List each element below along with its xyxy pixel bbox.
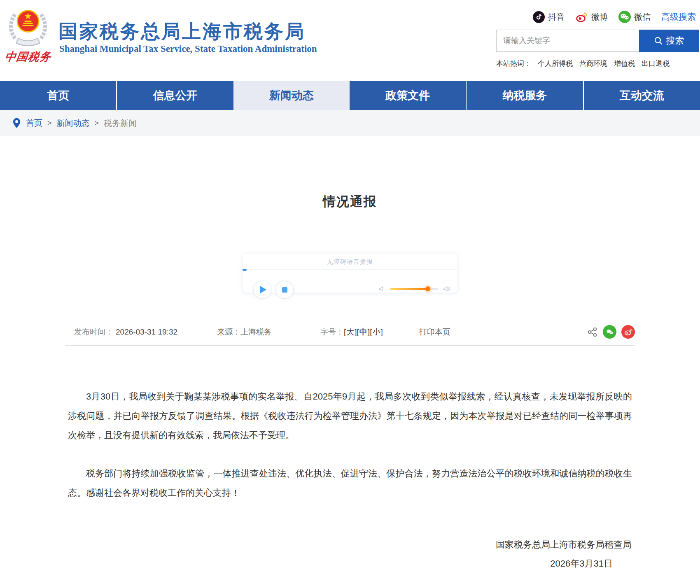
- hot-word-link[interactable]: 出口退税: [642, 59, 670, 68]
- hot-words-row: 本站热词： 个人所得税 营商环境 增值税 出口退税: [496, 59, 699, 68]
- weibo-label: 微博: [591, 12, 608, 23]
- search-button-label: 搜索: [666, 35, 684, 47]
- breadcrumb-separator: >: [47, 119, 52, 128]
- volume-slider-thumb[interactable]: [425, 286, 430, 291]
- article-signature: 国家税务总局上海市税务局稽查局: [0, 539, 700, 551]
- wechat-link[interactable]: 微信: [618, 11, 651, 23]
- douyin-icon: [533, 11, 545, 23]
- breadcrumb: 首页 > 新闻动态 > 税务新闻: [0, 110, 700, 136]
- share-weibo-button[interactable]: [621, 325, 635, 339]
- article: 情况通报 无障碍语音播报 发布时间： 2: [0, 193, 700, 570]
- main-nav: 首页 信息公开 新闻动态 政策文件 纳税服务 互动交流: [0, 81, 700, 110]
- play-button[interactable]: [253, 281, 271, 299]
- font-size-small[interactable]: 小: [372, 327, 380, 337]
- share-icons: [587, 325, 635, 339]
- publish-time-label: 发布时间：: [74, 327, 113, 337]
- site-logo: 中国税务: [3, 6, 53, 64]
- hot-words-label: 本站热词：: [496, 59, 531, 68]
- tax-emblem-icon: [7, 6, 49, 49]
- hot-word-link[interactable]: 营商环境: [579, 59, 607, 68]
- print-page-button[interactable]: 打印本页: [419, 327, 450, 337]
- source-label: 来源：上海税务: [217, 327, 272, 337]
- search-button[interactable]: 搜索: [639, 30, 699, 52]
- breadcrumb-separator: >: [95, 119, 99, 128]
- font-size-large[interactable]: 大: [346, 327, 354, 337]
- source-value: 上海税务: [240, 328, 272, 336]
- article-paragraph: 3月30日，我局收到关于鞠某某涉税事项的实名举报。自2025年9月起，我局多次收…: [68, 387, 632, 445]
- audio-progress-accent: [243, 269, 247, 271]
- nav-item-info-disclosure[interactable]: 信息公开: [116, 81, 233, 110]
- wechat-share-icon: [605, 328, 614, 336]
- volume-control: [378, 285, 452, 293]
- nav-item-tax-services[interactable]: 纳税服务: [466, 81, 583, 110]
- weibo-share-icon: [624, 328, 633, 336]
- article-paragraph: 税务部门将持续加强税收监管，一体推进查处违法、优化执法、促进守法、保护合法，努力…: [68, 464, 632, 502]
- play-icon: [260, 286, 266, 293]
- logo-caption: 中国税务: [2, 49, 54, 64]
- volume-slider-fill: [390, 288, 428, 290]
- nav-item-policy-docs[interactable]: 政策文件: [350, 81, 466, 110]
- wechat-icon: [618, 11, 631, 23]
- breadcrumb-news[interactable]: 新闻动态: [57, 118, 90, 129]
- site-subtitle: Shanghai Municipal Tax Service, State Ta…: [59, 44, 317, 54]
- search-bar: 搜索: [496, 30, 699, 52]
- share-wechat-button[interactable]: [603, 325, 616, 339]
- article-title: 情况通报: [0, 193, 700, 210]
- audio-player-divider: [243, 270, 457, 270]
- weibo-icon: [575, 11, 588, 23]
- wechat-label: 微信: [634, 12, 651, 23]
- volume-high-icon[interactable]: [443, 285, 452, 293]
- publish-time-value: 2026-03-31 19:32: [116, 328, 177, 337]
- volume-slider[interactable]: [390, 288, 439, 290]
- hot-word-link[interactable]: 增值税: [614, 59, 635, 68]
- social-links: 抖音 微博 微信 高级搜索: [533, 11, 696, 23]
- audio-player: 无障碍语音播报: [242, 253, 458, 293]
- nav-item-news[interactable]: 新闻动态: [233, 81, 350, 110]
- font-size-control: 字号： [ 大 ] [ 中 ] [ 小 ]: [320, 327, 383, 337]
- breadcrumb-home[interactable]: 首页: [26, 118, 42, 129]
- site-header: 中国税务 国家税务总局上海市税务局 Shanghai Municipal Tax…: [0, 0, 700, 81]
- stop-icon: [282, 287, 287, 293]
- nav-item-interaction[interactable]: 互动交流: [583, 81, 700, 110]
- stop-button[interactable]: [275, 281, 294, 299]
- hot-word-link[interactable]: 个人所得税: [538, 59, 573, 68]
- volume-low-icon[interactable]: [378, 285, 386, 293]
- weibo-link[interactable]: 微博: [575, 11, 608, 23]
- site-title: 国家税务总局上海市税务局: [58, 19, 306, 44]
- font-size-medium[interactable]: 中: [359, 327, 367, 337]
- breadcrumb-current: 税务新闻: [104, 118, 137, 129]
- article-meta: 发布时间： 2026-03-31 19:32 来源：上海税务 字号： [ 大 ]…: [65, 325, 635, 339]
- search-input[interactable]: [496, 30, 639, 52]
- douyin-link[interactable]: 抖音: [533, 11, 565, 23]
- audio-player-caption: 无障碍语音播报: [243, 253, 457, 266]
- advanced-search-link[interactable]: 高级搜索: [661, 11, 696, 23]
- font-size-label: 字号：: [320, 327, 344, 337]
- douyin-label: 抖音: [548, 12, 565, 23]
- article-body: 3月30日，我局收到关于鞠某某涉税事项的实名举报。自2025年9月起，我局多次收…: [68, 346, 632, 502]
- location-pin-icon: [12, 118, 21, 128]
- share-icon[interactable]: [587, 327, 598, 337]
- nav-item-home[interactable]: 首页: [0, 81, 116, 110]
- article-date: 2026年3月31日: [0, 558, 700, 570]
- search-icon: [654, 36, 663, 45]
